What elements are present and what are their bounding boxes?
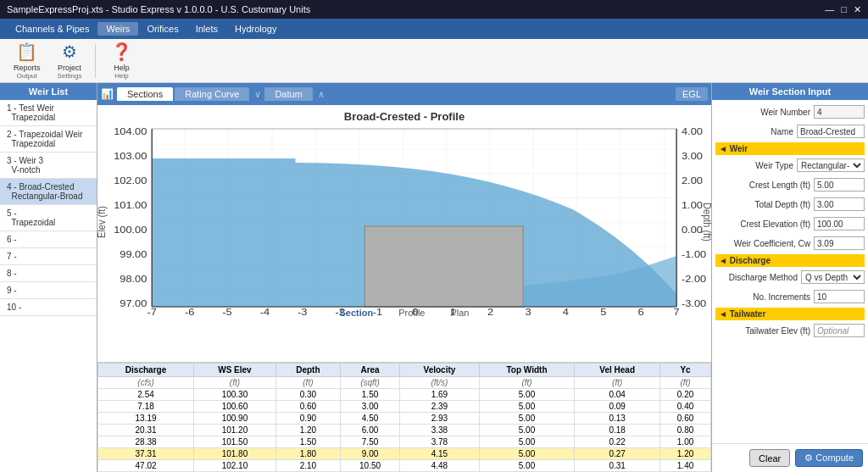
menu-inlets[interactable]: Inlets: [187, 22, 226, 36]
label-crest-elevation: Crest Elevation (ft): [715, 219, 814, 229]
field-crest-length: Crest Length (ft): [715, 176, 865, 193]
input-weir-number[interactable]: [814, 105, 865, 119]
field-discharge-method: Discharge Method Q vs Depth: [715, 269, 865, 286]
weir-list-item-1[interactable]: 1 - Test Weir Trapezoidal: [0, 100, 97, 126]
help-group: Help: [114, 72, 128, 80]
field-weir-type: Weir Type Rectangular-Broad: [715, 157, 865, 174]
field-crest-elevation: Crest Elevation (ft): [715, 215, 865, 232]
weir-list-item-9[interactable]: 9 -: [0, 282, 97, 299]
col-header-yc: Yc: [660, 364, 711, 377]
svg-text:3: 3: [525, 307, 531, 318]
input-increments[interactable]: [814, 290, 865, 303]
input-crest-elevation[interactable]: [814, 217, 865, 230]
weir-list-item-5[interactable]: 5 - Trapezoidal: [0, 205, 97, 231]
input-weir-coefficient[interactable]: [814, 236, 865, 250]
project-icon: ⚙: [62, 42, 77, 62]
label-increments: No. Increments: [715, 292, 814, 302]
close-btn[interactable]: ✕: [854, 4, 861, 15]
svg-text:98.00: 98.00: [120, 274, 147, 285]
table-row[interactable]: 7.18100.600.603.002.395.000.090.40: [98, 401, 711, 413]
col-header-vel-head: Vel Head: [575, 364, 660, 377]
titlebar: SampleExpressProj.xts - Studio Express v…: [0, 0, 868, 19]
table-row[interactable]: 37.31101.801.809.004.155.000.271.20: [98, 448, 711, 460]
project-button[interactable]: ⚙ Project Settings: [51, 38, 89, 83]
menu-orifices[interactable]: Orifices: [138, 22, 186, 36]
label-weir-number: Weir Number: [715, 108, 814, 117]
table-row[interactable]: 20.31101.201.206.003.385.000.180.80: [98, 425, 711, 436]
label-weir-coefficient: Weir Coefficient, Cw: [715, 239, 814, 248]
tab-sep2: ∧: [318, 89, 325, 100]
weir-list-item-2[interactable]: 2 - Trapezoidal Weir Trapezoidal: [0, 126, 97, 153]
svg-text:97.00: 97.00: [120, 298, 147, 309]
weir-list-item-10[interactable]: 10 -: [0, 299, 97, 316]
label-discharge-method: Discharge Method: [715, 273, 801, 282]
reports-button[interactable]: 📋 Reports Output: [7, 38, 47, 83]
input-tailwater-elev[interactable]: [814, 324, 865, 337]
input-total-depth[interactable]: [814, 197, 865, 211]
svg-text:2.00: 2.00: [682, 175, 703, 186]
svg-text:5: 5: [600, 307, 607, 318]
svg-text:103.00: 103.00: [114, 151, 147, 162]
weir-list-item-4[interactable]: 4 - Broad-Crested Rectangular-Broad: [0, 179, 97, 205]
svg-text:-6: -6: [185, 307, 195, 318]
tab-sections[interactable]: Sections: [117, 87, 173, 101]
select-weir-type[interactable]: Rectangular-Broad: [797, 158, 865, 172]
chart-title: Broad-Crested - Profile: [97, 105, 711, 125]
svg-text:-2.00: -2.00: [682, 274, 707, 285]
col-header-velocity: Velocity: [400, 364, 480, 377]
weir-list-item-3[interactable]: 3 - Weir 3 V-notch: [0, 153, 97, 179]
svg-text:104.00: 104.00: [114, 126, 147, 137]
menu-weirs[interactable]: Weirs: [97, 22, 138, 36]
nav-profile[interactable]: Profile: [398, 308, 425, 318]
tab-datum[interactable]: Datum: [264, 87, 312, 101]
table-row[interactable]: 47.02102.102.1010.504.485.000.311.40: [98, 460, 711, 472]
chart-area: Broad-Crested - Profile: [97, 105, 711, 362]
svg-text:4.00: 4.00: [682, 126, 703, 137]
tab-egl[interactable]: EGL: [676, 87, 708, 101]
table-row[interactable]: 13.19100.900.904.502.935.000.130.60: [98, 413, 711, 425]
col-header-ws-elev: WS Elev: [194, 364, 276, 377]
weir-list-item-8[interactable]: 8 -: [0, 265, 97, 282]
field-weir-number: Weir Number: [715, 103, 865, 120]
table-row[interactable]: 2.54100.300.301.501.695.000.040.20: [98, 389, 711, 401]
section-tailwater: ◄ Tailwater: [715, 308, 865, 320]
weir-list-panel: Weir List 1 - Test Weir Trapezoidal 2 - …: [0, 83, 97, 472]
maximize-btn[interactable]: □: [841, 4, 847, 15]
select-discharge-method[interactable]: Q vs Depth: [801, 270, 865, 284]
label-total-depth: Total Depth (ft): [715, 200, 814, 209]
compute-button[interactable]: ⚙ Compute: [795, 449, 863, 467]
titlebar-controls[interactable]: — □ ✕: [825, 4, 861, 15]
right-panel-footer: Clear ⚙ Compute: [712, 443, 868, 472]
menu-channels-pipes[interactable]: Channels & Pipes: [7, 22, 97, 36]
clear-button[interactable]: Clear: [749, 449, 790, 467]
nav-plan[interactable]: Plan: [450, 308, 469, 318]
col-header-depth: Depth: [275, 364, 340, 377]
help-button[interactable]: ❓ Help Help: [103, 38, 140, 83]
table-row[interactable]: 28.38101.501.507.503.785.000.221.00: [98, 436, 711, 448]
help-label: Help: [114, 64, 130, 72]
svg-text:2: 2: [487, 307, 494, 318]
menu-hydrology[interactable]: Hydrology: [226, 22, 286, 36]
minimize-btn[interactable]: —: [825, 4, 834, 15]
input-name[interactable]: [797, 125, 865, 138]
nav-section[interactable]: Section: [340, 308, 374, 318]
help-icon: ❓: [111, 42, 132, 62]
tab-rating-curve[interactable]: Rating Curve: [175, 87, 249, 101]
unit-ws-elev: (ft): [194, 377, 276, 389]
chart-svg: 104.00 103.00 102.00 101.00 100.00 99.00…: [97, 125, 711, 319]
svg-text:-1.00: -1.00: [682, 249, 707, 260]
svg-text:102.00: 102.00: [114, 175, 147, 186]
input-crest-length[interactable]: [814, 178, 865, 192]
svg-text:99.00: 99.00: [120, 249, 147, 260]
tab-bar: 📊 Sections Rating Curve ∨ Datum ∧ EGL: [97, 83, 711, 105]
chart-nav: Section Profile Plan: [340, 308, 470, 318]
svg-text:101.00: 101.00: [114, 200, 147, 211]
unit-yc: (ft): [660, 377, 711, 389]
weir-list-item-6[interactable]: 6 -: [0, 231, 97, 248]
svg-text:7: 7: [674, 307, 681, 318]
right-panel: Weir Section Input Weir Number Name ◄ We…: [711, 83, 868, 472]
tab-sep: ∨: [254, 89, 261, 100]
weir-list-item-7[interactable]: 7 -: [0, 248, 97, 265]
structure-box: [364, 226, 523, 307]
unit-velocity: (ft/s): [400, 377, 480, 389]
